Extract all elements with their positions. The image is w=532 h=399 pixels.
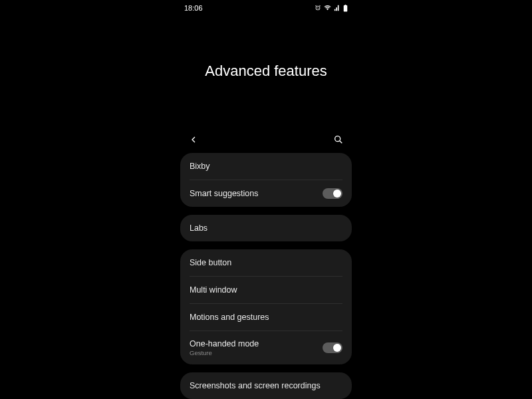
item-screenshots-recordings[interactable]: Screenshots and screen recordings <box>180 372 352 399</box>
item-label: Motions and gestures <box>190 313 269 322</box>
signal-icon <box>334 5 340 11</box>
toggle-knob <box>333 344 341 352</box>
back-button[interactable] <box>186 132 201 148</box>
settings-group: Bixby Smart suggestions <box>180 153 352 207</box>
search-button[interactable] <box>331 132 346 148</box>
settings-group: Labs <box>180 215 352 241</box>
page-title-area: Advanced features <box>176 16 356 126</box>
item-labs[interactable]: Labs <box>180 215 352 241</box>
item-sublabel: Gesture <box>190 349 259 356</box>
svg-rect-0 <box>344 5 348 11</box>
settings-group: Screenshots and screen recordings <box>180 372 352 399</box>
item-multi-window[interactable]: Multi window <box>180 277 352 303</box>
toggle-one-handed-mode[interactable] <box>323 342 342 353</box>
phone-screen: 18:06 Advanced features <box>176 0 356 399</box>
alarm-icon <box>315 5 321 11</box>
item-label: Screenshots and screen recordings <box>190 381 321 390</box>
status-icons <box>315 5 348 12</box>
settings-group: Side button Multi window Motions and ges… <box>180 249 352 364</box>
item-side-button[interactable]: Side button <box>180 249 352 276</box>
svg-line-3 <box>340 141 342 144</box>
svg-point-2 <box>335 136 340 142</box>
item-one-handed-mode[interactable]: One-handed mode Gesture <box>180 331 352 364</box>
page-title: Advanced features <box>205 63 327 80</box>
item-label: Multi window <box>190 285 237 295</box>
item-label: Smart suggestions <box>190 189 259 198</box>
wifi-icon <box>324 5 331 11</box>
item-label: Side button <box>190 258 231 267</box>
settings-content[interactable]: Bixby Smart suggestions Labs <box>176 153 356 399</box>
battery-icon <box>343 5 348 12</box>
item-label: Bixby <box>190 162 210 171</box>
item-motions-gestures[interactable]: Motions and gestures <box>180 304 352 331</box>
svg-rect-1 <box>344 5 346 5</box>
toggle-smart-suggestions[interactable] <box>323 188 342 199</box>
item-bixby[interactable]: Bixby <box>180 153 352 180</box>
item-smart-suggestions[interactable]: Smart suggestions <box>180 180 352 207</box>
item-label: One-handed mode <box>190 339 259 348</box>
status-bar: 18:06 <box>176 0 356 16</box>
item-label: Labs <box>190 223 207 233</box>
toggle-knob <box>333 190 341 198</box>
status-time: 18:06 <box>184 4 203 12</box>
toolbar <box>176 126 356 153</box>
